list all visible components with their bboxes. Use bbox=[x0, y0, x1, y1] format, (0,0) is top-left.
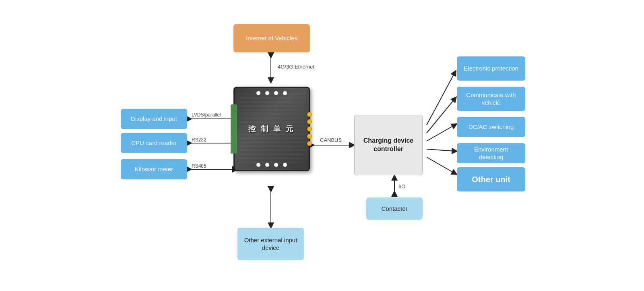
other-unit-label: Other unit bbox=[472, 174, 510, 185]
contactor-label: Contactor bbox=[381, 205, 407, 213]
communicate-vehicle-label: Communicate with vehicle bbox=[462, 91, 520, 107]
dc-ac-switching-box: DC/AC switching bbox=[457, 117, 525, 137]
contactor-box: Contactor bbox=[366, 197, 423, 220]
other-external-box: Other external input device bbox=[237, 228, 304, 260]
communicate-vehicle-box: Communicate with vehicle bbox=[457, 87, 525, 111]
rs485-label: RS485 bbox=[192, 163, 206, 169]
canbus-label: CANBUS bbox=[320, 137, 342, 143]
svg-line-7 bbox=[427, 99, 455, 133]
lvds-label: LVDS/parallel bbox=[192, 112, 221, 118]
top-connectors bbox=[256, 91, 287, 95]
svg-line-10 bbox=[427, 157, 455, 173]
bottom-connectors bbox=[256, 163, 287, 167]
green-strip bbox=[231, 104, 237, 154]
svg-line-9 bbox=[427, 149, 455, 151]
display-input-box: Display and input bbox=[121, 109, 187, 129]
device-image: 控 制 单 元 bbox=[231, 85, 312, 173]
kilowatt-meter-box: Kilowatt meter bbox=[121, 159, 187, 179]
net-connection-label: 4G/3G,Ethernet bbox=[278, 64, 314, 70]
device-box: 控 制 单 元 bbox=[233, 87, 310, 171]
display-input-label: Display and input bbox=[131, 115, 177, 123]
internet-of-vehicles-label: Internet of Vehicles bbox=[246, 34, 297, 42]
rs232-label: RS232 bbox=[192, 137, 206, 143]
electronic-protection-label: Electronic protection bbox=[464, 64, 518, 73]
internet-of-vehicles-box: Internet of Vehicles bbox=[233, 24, 310, 52]
io-label: I/O bbox=[398, 183, 405, 189]
cpu-card-reader-label: CPU card reader bbox=[131, 139, 177, 147]
diagram-container: Internet of Vehicles 4G/3G,Ethernet 控 制 … bbox=[0, 0, 644, 291]
kilowatt-meter-label: Kilowatt meter bbox=[135, 165, 173, 173]
dc-ac-switching-label: DC/AC switching bbox=[469, 123, 514, 131]
other-external-label: Other external input device bbox=[242, 236, 299, 252]
svg-line-6 bbox=[427, 73, 455, 125]
environment-detecting-box: Environment detecting bbox=[457, 143, 525, 163]
yellow-dots bbox=[307, 112, 312, 146]
device-label: 控 制 单 元 bbox=[248, 124, 295, 134]
arrows-svg bbox=[0, 0, 644, 291]
charging-controller-label: Charging device controller bbox=[359, 137, 417, 154]
environment-detecting-label: Environment detecting bbox=[462, 146, 520, 161]
svg-line-8 bbox=[427, 125, 455, 141]
electronic-protection-box: Electronic protection bbox=[457, 56, 525, 81]
cpu-card-reader-box: CPU card reader bbox=[121, 133, 187, 153]
other-unit-box: Other unit bbox=[457, 167, 525, 191]
charging-controller-box: Charging device controller bbox=[354, 115, 423, 175]
